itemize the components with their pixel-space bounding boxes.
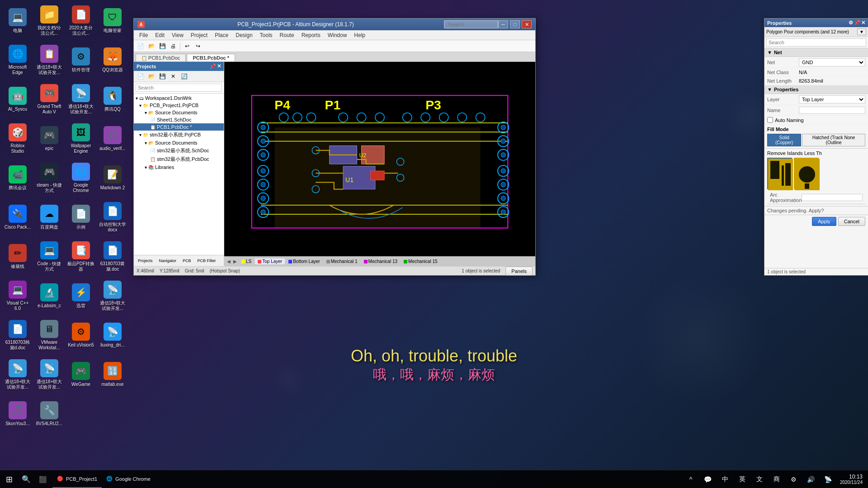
maximize-button[interactable]: □	[510, 20, 520, 28]
menu-place[interactable]: Place	[211, 31, 232, 39]
menu-edit[interactable]: Edit	[151, 31, 168, 39]
desktop-icon-icon36[interactable]: 📡liuxing_dri...	[97, 317, 128, 354]
tree-item-Libraries[interactable]: ▾📚Libraries	[134, 164, 224, 171]
properties-close-icon[interactable]: ✕	[861, 20, 865, 26]
toolbar-save[interactable]: 💾	[157, 42, 167, 51]
panel-refresh[interactable]: 🔄	[179, 72, 189, 81]
desktop-icon-icon1[interactable]: 💻电脑	[2, 2, 33, 39]
desktop-icon-icon25[interactable]: ✏修黛线	[2, 238, 33, 275]
tree-item-PCB_Project1PrjPCB[interactable]: ▾📁PCB_Project1.PrjPCB	[134, 102, 224, 109]
taskbar-shang-icon[interactable]: 商	[769, 472, 784, 487]
desktop-icon-icon11[interactable]: 📡通信18+联大试验开发...	[66, 81, 96, 118]
layer-tab-mech15[interactable]: Mechanical 15	[401, 258, 440, 264]
fill-hatched-button[interactable]: Hatched (Track None (Outline	[802, 134, 865, 146]
desktop-icon-icon41[interactable]: 🎵SkonYou3...	[2, 395, 33, 432]
toolbar-print[interactable]: 🖨	[168, 42, 178, 51]
taskbar-cn-input-icon[interactable]: 中	[718, 472, 732, 487]
properties-pin-icon[interactable]: 📌	[854, 20, 860, 26]
cancel-button[interactable]: Cancel	[838, 217, 865, 226]
toolbar-redo[interactable]: ↪	[193, 42, 203, 51]
taskbar-search-icon[interactable]: 🔍	[18, 471, 34, 488]
desktop-icon-icon23[interactable]: 📄示例	[66, 199, 96, 236]
menu-help[interactable]: Help	[350, 31, 369, 39]
desktop-icon-icon42[interactable]: 🔧8VS4LRU2...	[34, 395, 65, 432]
layer-tab-top[interactable]: Top Layer	[255, 258, 285, 264]
filter-button[interactable]: ▼	[857, 28, 866, 35]
taskbar-network-icon[interactable]: 📡	[821, 472, 835, 487]
menu-design[interactable]: Design	[232, 31, 256, 39]
desktop-icon-icon24[interactable]: 📄自动控制大学docx	[97, 199, 128, 236]
panel-new[interactable]: 📄	[136, 72, 146, 81]
tree-item-stm32PcbDoc[interactable]: 📋stm32最小系统.PcbDoc	[134, 155, 224, 164]
desktop-icon-icon7[interactable]: ⚙软件管理	[66, 42, 96, 79]
desktop-icon-icon20[interactable]: 📝Markdown 2	[97, 160, 128, 197]
name-input[interactable]	[799, 107, 865, 114]
menu-project[interactable]: Project	[187, 31, 211, 39]
desktop-icon-icon27[interactable]: 📑极品PDF转换器	[66, 238, 96, 275]
tree-item-stm32PrjPCB[interactable]: ▾📁stm32最小系统.PrjPCB	[134, 131, 224, 139]
desktop-icon-icon5[interactable]: 🌐Microsoft Edge	[2, 42, 33, 79]
layer-tab-bottom[interactable]: Bottom Layer	[286, 258, 322, 264]
minimize-button[interactable]: ─	[498, 20, 508, 28]
desktop-icon-icon29[interactable]: 💻Visual C++ 6.0	[2, 277, 33, 314]
net-select[interactable]: GND	[799, 58, 865, 66]
tree-item-Sheet1SchDoc[interactable]: 📄Sheet1.SchDoc	[134, 116, 224, 123]
fill-solid-button[interactable]: Solid (Copper)	[767, 134, 801, 146]
toolbar-open[interactable]: 📂	[146, 42, 156, 51]
taskbar-en-input-icon[interactable]: 英	[735, 472, 750, 487]
tab-pcb1[interactable]: PCB1.PcbDoc *	[187, 54, 235, 61]
desktop-icon-icon30[interactable]: 🔬e-Labsim_c	[34, 277, 65, 314]
prop-search-input[interactable]	[766, 38, 866, 47]
desktop-icon-icon14[interactable]: 🎮epic	[34, 120, 65, 157]
net-section-header[interactable]: ▼ Net	[764, 48, 868, 57]
taskbar-wen-input-icon[interactable]: 文	[752, 472, 767, 487]
layer-nav-left[interactable]: ◀	[226, 259, 231, 264]
projects-panel-pin[interactable]: 📌	[209, 63, 216, 70]
layer-tab-ls[interactable]: LS	[239, 258, 254, 264]
panels-button[interactable]: Panels	[505, 267, 533, 276]
desktop-icon-icon34[interactable]: 🖥VMware Workstat...	[34, 317, 65, 354]
toolbar-undo[interactable]: ↩	[182, 42, 192, 51]
bottom-tab-pcbfilter[interactable]: PCB Filter	[195, 256, 218, 265]
desktop-icon-icon16[interactable]: 🎵audio_verif...	[97, 120, 128, 157]
layer-tab-mech13[interactable]: Mechanical 13	[361, 258, 400, 264]
desktop-icon-icon19[interactable]: 🌐Google Chrome	[66, 160, 96, 197]
desktop-icon-icon12[interactable]: 🐧腾讯QQ	[97, 81, 128, 118]
menu-reports[interactable]: Reports	[298, 31, 324, 39]
task-view-button[interactable]: ⬛	[34, 471, 51, 488]
menu-file[interactable]: File	[136, 31, 151, 39]
desktop-icon-icon39[interactable]: 🎮WeGame	[66, 356, 96, 393]
close-button[interactable]: ✕	[522, 20, 532, 28]
desktop-icon-icon22[interactable]: ☁百度网盘	[34, 199, 65, 236]
bottom-tab-projects[interactable]: Projects	[136, 256, 155, 265]
desktop-icon-icon28[interactable]: 📄63180703黄黛.doc	[97, 238, 128, 275]
tree-item-PCB1PcbDoc-[interactable]: 📋PCB1.PcbDoc *	[134, 123, 224, 131]
toolbar-new[interactable]: 📄	[136, 42, 146, 51]
panel-save[interactable]: 💾	[157, 72, 167, 81]
desktop-icon-icon13[interactable]: 🎲Roblox Studio	[2, 120, 33, 157]
start-button[interactable]: ⊞	[0, 470, 18, 488]
auto-naming-checkbox[interactable]	[767, 117, 773, 123]
properties-settings-icon[interactable]: ⚙	[849, 20, 853, 26]
desktop-icon-icon6[interactable]: 📋通信18+联大试验开发...	[34, 42, 65, 79]
taskbar-settings-icon[interactable]: ⚙	[787, 472, 801, 487]
bottom-tab-pcb[interactable]: PCB	[180, 256, 193, 265]
menu-view[interactable]: View	[168, 31, 187, 39]
desktop-icon-icon38[interactable]: 📡通信18+联大试验开发...	[34, 356, 65, 393]
desktop-icon-icon33[interactable]: 📄63180703韩黛d.doc	[2, 317, 33, 354]
desktop-icon-icon15[interactable]: 🖼Wallpaper Engine	[66, 120, 96, 157]
arc-approx-input[interactable]	[802, 194, 863, 201]
desktop-icon-icon8[interactable]: 🦊QQ浏览器	[97, 42, 128, 79]
desktop-icon-icon26[interactable]: 💻Code - 快捷方式	[34, 238, 65, 275]
props-section-header[interactable]: ▼ Properties	[764, 85, 868, 94]
tree-item-stm32SchDoc[interactable]: 📄stm32最小系统.SchDoc	[134, 146, 224, 155]
island-preview-2[interactable]	[794, 158, 819, 189]
desktop-icon-icon32[interactable]: 📡通信18+联大试验开发...	[97, 277, 128, 314]
taskbar-comment-icon[interactable]: 💬	[701, 472, 715, 487]
taskbar-arrow-up[interactable]: ^	[684, 472, 698, 487]
projects-panel-close[interactable]: ✕	[217, 63, 221, 70]
desktop-icon-icon37[interactable]: 📡通信18+联大试验开发...	[2, 356, 33, 393]
desktop-icon-icon4[interactable]: 🛡电脑管家	[97, 2, 128, 39]
tree-item-Source-Documents[interactable]: ▾📂Source Documents	[134, 139, 224, 146]
desktop-icon-icon9[interactable]: 🤖AI_Syscu	[2, 81, 33, 118]
